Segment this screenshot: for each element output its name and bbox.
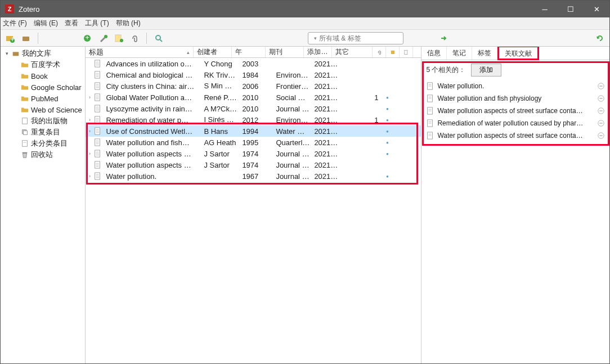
tab-notes[interactable]: 笔记: [447, 47, 472, 60]
sidebar-item[interactable]: 未分类条目: [1, 138, 85, 149]
col-other[interactable]: 其它: [332, 47, 373, 57]
item-list: 标题▴ 创建者 年 期刊 添加… 其它 Advances in utilizat…: [86, 47, 421, 363]
related-item[interactable]: Water pollution aspects of street surfac…: [426, 105, 605, 117]
table-row[interactable]: ›Water pollution aspects …J Sartor1974Jo…: [86, 148, 421, 159]
cell-other: 1: [340, 93, 380, 102]
cell-creator: RK Trivedy: [201, 71, 240, 79]
table-row[interactable]: Advances in utilization o…Y Chong2003202…: [86, 58, 421, 69]
remove-icon[interactable]: [597, 82, 605, 90]
sidebar-item[interactable]: Web of Science: [1, 104, 85, 115]
add-by-id-button[interactable]: [97, 32, 109, 44]
sidebar-item-label: 重复条目: [31, 127, 60, 137]
related-item[interactable]: Water pollution and fish physiology: [426, 92, 605, 105]
col-attachment[interactable]: [373, 47, 386, 57]
cell-year: 1994: [240, 127, 273, 136]
menu-file[interactable]: 文件 (F): [3, 19, 27, 28]
maximize-button[interactable]: ☐: [558, 1, 584, 17]
attach-button[interactable]: [128, 32, 141, 44]
right-tabs: 信息 笔记 标签 关联文献: [421, 47, 609, 60]
remove-icon[interactable]: [597, 119, 605, 127]
table-row[interactable]: ›Use of Constructed Wetl…B Hans1994Water…: [86, 125, 421, 137]
cell-publication: Environ…: [273, 71, 312, 79]
new-library-button[interactable]: [20, 32, 32, 44]
related-item[interactable]: Water pollution aspects of street surfac…: [426, 129, 605, 142]
cell-year: 1995: [240, 138, 273, 147]
table-row[interactable]: Water pollution and fish…AG Heath1995Qua…: [86, 137, 421, 148]
menu-edit[interactable]: 编辑 (E): [34, 19, 58, 28]
menu-view[interactable]: 查看: [65, 19, 78, 28]
related-item[interactable]: Water pollution.: [426, 80, 605, 92]
sidebar-item[interactable]: ▾我的文库: [1, 48, 85, 59]
col-extra2[interactable]: [400, 47, 413, 57]
svg-rect-3: [23, 37, 29, 41]
sidebar-item[interactable]: 重复条目: [1, 127, 85, 138]
cell-date: 2021/…: [312, 127, 340, 136]
svg-rect-20: [391, 50, 394, 53]
cell-publication: Quarterl…: [273, 138, 312, 147]
table-row[interactable]: Chemical and biological …RK Trivedy1984E…: [86, 69, 421, 80]
sidebar-item[interactable]: Google Scholar: [1, 82, 85, 93]
menu-tools[interactable]: 工具 (T): [85, 19, 109, 28]
svg-rect-17: [23, 141, 28, 147]
related-item[interactable]: Remediation of water pollution caused by…: [426, 117, 605, 129]
cell-date: 2021/…: [312, 161, 340, 169]
sidebar-item-label: 百度学术: [31, 60, 60, 70]
new-note-button[interactable]: [113, 32, 125, 44]
cell-attachment: ●: [380, 118, 394, 123]
sidebar-item[interactable]: 我的出版物: [1, 115, 85, 127]
new-collection-button[interactable]: +: [4, 32, 16, 44]
col-creator[interactable]: 创建者: [194, 47, 232, 57]
remove-icon[interactable]: [597, 95, 605, 102]
document-icon: [426, 82, 434, 90]
cell-title: Remediation of water p…: [104, 116, 201, 124]
col-title[interactable]: 标题▴: [86, 47, 194, 57]
close-button[interactable]: ✕: [584, 1, 609, 17]
search-input[interactable]: [319, 34, 403, 42]
related-count: 5 个相关的：: [426, 65, 465, 75]
tab-related[interactable]: 关联文献: [497, 47, 539, 60]
cell-publication: Journal -…: [273, 172, 312, 181]
cell-publication: Social Sc…: [273, 93, 312, 102]
remove-icon[interactable]: [597, 107, 605, 115]
related-label: Water pollution.: [437, 82, 594, 90]
cell-year: 1974: [240, 161, 273, 169]
cell-date: 2021/…: [312, 71, 340, 79]
table-row[interactable]: ›Global Water Pollution a…René P. …2010S…: [86, 92, 421, 103]
table-row[interactable]: ›Water pollution.1967Journal -…2021/…●: [86, 170, 421, 182]
table-row[interactable]: City clusters in China: air…S Min 等。2006…: [86, 80, 421, 92]
table-row[interactable]: Lysozyme activity in rain…A M?Ck …2010Jo…: [86, 103, 421, 114]
minimize-button[interactable]: ─: [532, 1, 558, 17]
cell-title: Water pollution and fish…: [104, 138, 201, 147]
cell-title: Water pollution.: [104, 172, 201, 181]
svg-rect-21: [405, 50, 407, 55]
new-item-button[interactable]: +: [81, 32, 93, 44]
sync-button[interactable]: [594, 32, 606, 44]
cell-date: 2021/…: [312, 150, 340, 158]
cell-title: Chemical and biological …: [104, 71, 201, 79]
cell-year: 1974: [240, 150, 273, 158]
table-row[interactable]: ›Remediation of water p…I Sirés 和 …2012E…: [86, 114, 421, 125]
remove-icon[interactable]: [597, 132, 605, 140]
search-box[interactable]: ▾: [308, 32, 403, 44]
locate-button[interactable]: [438, 32, 451, 44]
cell-publication: Journal …: [273, 105, 312, 113]
col-year[interactable]: 年: [232, 47, 266, 57]
sidebar-item[interactable]: PubMed: [1, 93, 85, 104]
col-publication[interactable]: 期刊: [266, 47, 304, 57]
table-row[interactable]: Water pollution aspects …J Sartor1974Jou…: [86, 159, 421, 170]
add-related-button[interactable]: 添加: [471, 64, 501, 77]
menu-help[interactable]: 帮助 (H): [116, 19, 141, 28]
advanced-search-button[interactable]: [152, 32, 165, 44]
cell-creator: A M?Ck …: [201, 105, 240, 113]
tab-tags[interactable]: 标签: [472, 47, 497, 60]
tab-info[interactable]: 信息: [421, 47, 447, 60]
document-icon: [426, 119, 434, 127]
sidebar-item[interactable]: Book: [1, 70, 85, 82]
cell-title: Global Water Pollution a…: [104, 93, 201, 102]
sidebar-item[interactable]: 百度学术: [1, 59, 85, 70]
sidebar-item[interactable]: 回收站: [1, 149, 85, 160]
col-date-added[interactable]: 添加…: [304, 47, 332, 57]
col-extra1[interactable]: [386, 47, 400, 57]
cell-attachment: ●: [380, 151, 394, 156]
related-label: Water pollution and fish physiology: [437, 95, 594, 102]
